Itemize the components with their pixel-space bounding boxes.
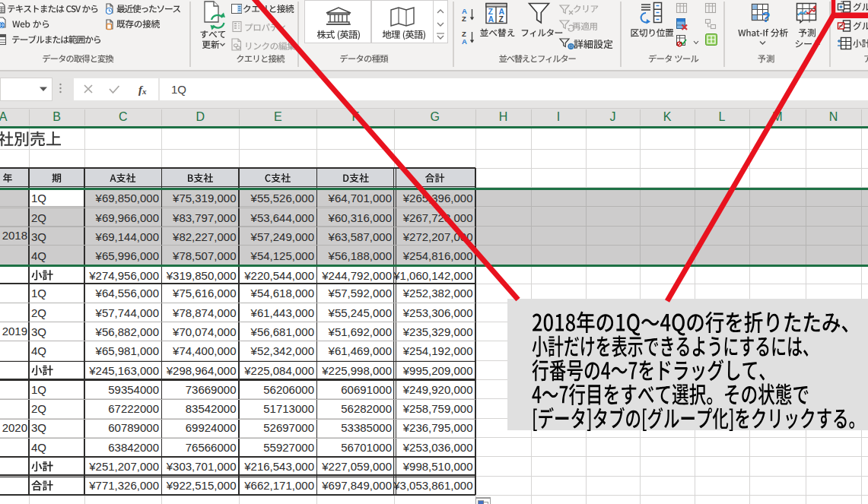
- svg-text:A: A: [488, 14, 494, 24]
- svg-text:A: A: [462, 37, 467, 46]
- svg-text:fx: fx: [138, 84, 147, 96]
- svg-text:Z: Z: [462, 14, 466, 23]
- svg-text:?: ?: [761, 9, 771, 25]
- svg-text:Z: Z: [499, 14, 504, 24]
